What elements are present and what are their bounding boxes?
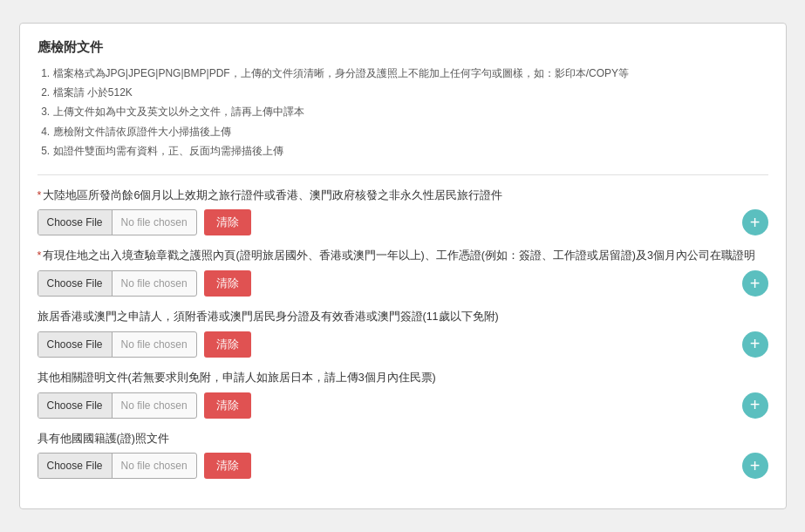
doc-section-doc2: *有現住地之出入境查驗章戳之護照內頁(證明旅居國外、香港或澳門一年以上)、工作憑… [38, 248, 768, 297]
instructions: 檔案格式為JPG|JPEG|PNG|BMP|PDF，上傳的文件須清晰，身分證及護… [38, 65, 768, 160]
clear-button-doc2[interactable]: 清除 [204, 270, 251, 297]
instruction-item-4: 應檢附文件請依原證件大小掃描後上傳 [53, 123, 768, 140]
required-star-doc1: * [38, 189, 42, 201]
choose-file-button-doc2[interactable]: Choose File [38, 270, 113, 297]
doc-label-text-doc2: 有現住地之出入境查驗章戳之護照內頁(證明旅居國外、香港或澳門一年以上)、工作憑證… [43, 249, 755, 262]
section-title: 應檢附文件 [38, 39, 768, 56]
file-row-doc1: Choose FileNo file chosen清除+ [38, 209, 768, 235]
file-input-wrapper-doc4: Choose FileNo file chosen [38, 392, 197, 419]
file-row-doc3: Choose FileNo file chosen清除+ [38, 331, 768, 358]
doc-label-text-doc5: 具有他國國籍護(證)照文件 [38, 433, 169, 445]
doc-section-doc5: 具有他國國籍護(證)照文件Choose FileNo file chosen清除… [38, 431, 768, 480]
documents-panel: 應檢附文件 檔案格式為JPG|JPEG|PNG|BMP|PDF，上傳的文件須清晰… [19, 23, 787, 510]
doc-label-text-doc1: 大陸地區所發尚餘6個月以上效期之旅行證件或香港、澳門政府核發之非永久性居民旅行證… [43, 189, 502, 201]
clear-button-doc4[interactable]: 清除 [204, 392, 251, 419]
file-row-doc4: Choose FileNo file chosen清除+ [38, 392, 768, 419]
choose-file-button-doc4[interactable]: Choose File [38, 392, 113, 419]
no-file-text-doc4: No file chosen [113, 399, 196, 412]
file-input-wrapper-doc2: Choose FileNo file chosen [38, 270, 197, 297]
file-input-wrapper-doc1: Choose FileNo file chosen [38, 209, 197, 235]
doc-label-doc5: 具有他國國籍護(證)照文件 [38, 431, 768, 447]
no-file-text-doc1: No file chosen [113, 216, 196, 228]
file-input-wrapper-doc3: Choose FileNo file chosen [38, 331, 197, 358]
clear-button-doc1[interactable]: 清除 [204, 209, 251, 235]
divider [38, 174, 768, 175]
file-row-doc5: Choose FileNo file chosen清除+ [38, 453, 768, 479]
instruction-item-2: 檔案請 小於512K [53, 84, 768, 101]
clear-button-doc5[interactable]: 清除 [204, 453, 251, 479]
doc-label-doc2: *有現住地之出入境查驗章戳之護照內頁(證明旅居國外、香港或澳門一年以上)、工作憑… [38, 248, 768, 264]
instruction-item-3: 上傳文件如為中文及英文以外之文件，請再上傳中譯本 [53, 103, 768, 120]
doc-section-doc1: *大陸地區所發尚餘6個月以上效期之旅行證件或香港、澳門政府核發之非永久性居民旅行… [38, 188, 768, 236]
doc-label-text-doc3: 旅居香港或澳門之申請人，須附香港或澳門居民身分證及有效香港或澳門簽證(11歲以下… [38, 310, 499, 323]
doc-label-doc4: 其他相關證明文件(若無要求則免附，申請人如旅居日本，請上傳3個月內住民票) [38, 370, 768, 386]
doc-label-doc3: 旅居香港或澳門之申請人，須附香港或澳門居民身分證及有效香港或澳門簽證(11歲以下… [38, 309, 768, 325]
instruction-item-1: 檔案格式為JPG|JPEG|PNG|BMP|PDF，上傳的文件須清晰，身分證及護… [53, 65, 768, 82]
doc-section-doc3: 旅居香港或澳門之申請人，須附香港或澳門居民身分證及有效香港或澳門簽證(11歲以下… [38, 309, 768, 358]
file-input-wrapper-doc5: Choose FileNo file chosen [38, 453, 197, 479]
add-button-doc4[interactable]: + [742, 392, 768, 419]
required-star-doc2: * [38, 249, 42, 262]
no-file-text-doc3: No file chosen [113, 338, 196, 351]
no-file-text-doc5: No file chosen [113, 460, 196, 472]
no-file-text-doc2: No file chosen [113, 277, 196, 290]
add-button-doc5[interactable]: + [742, 453, 768, 479]
doc-label-doc1: *大陸地區所發尚餘6個月以上效期之旅行證件或香港、澳門政府核發之非永久性居民旅行… [38, 188, 768, 204]
add-button-doc1[interactable]: + [742, 209, 768, 235]
doc-label-text-doc4: 其他相關證明文件(若無要求則免附，申請人如旅居日本，請上傳3個月內住民票) [38, 372, 436, 384]
doc-section-doc4: 其他相關證明文件(若無要求則免附，申請人如旅居日本，請上傳3個月內住民票)Cho… [38, 370, 768, 419]
choose-file-button-doc3[interactable]: Choose File [38, 331, 113, 358]
add-button-doc2[interactable]: + [742, 270, 768, 297]
clear-button-doc3[interactable]: 清除 [204, 331, 251, 358]
choose-file-button-doc1[interactable]: Choose File [38, 209, 113, 235]
add-button-doc3[interactable]: + [742, 331, 768, 358]
choose-file-button-doc5[interactable]: Choose File [38, 453, 113, 479]
instruction-item-5: 如證件雙面均需有資料，正、反面均需掃描後上傳 [53, 142, 768, 160]
file-row-doc2: Choose FileNo file chosen清除+ [38, 270, 768, 297]
